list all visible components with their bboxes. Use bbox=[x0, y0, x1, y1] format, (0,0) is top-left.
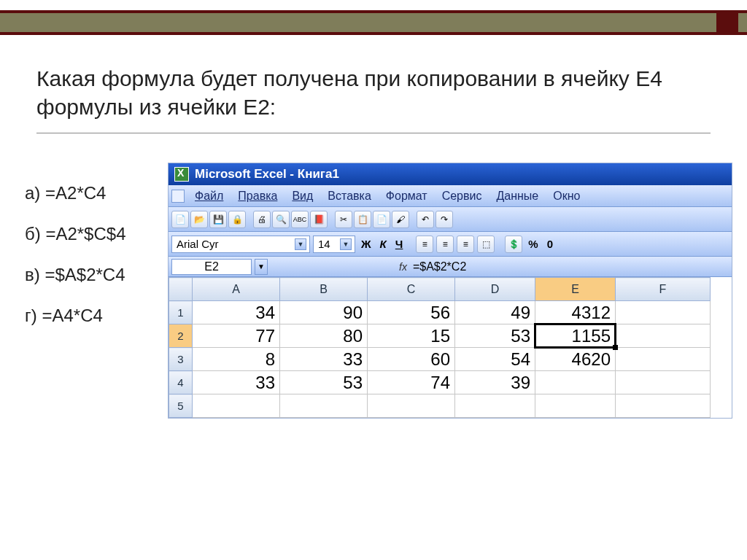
cell-B2[interactable]: 80 bbox=[280, 324, 368, 348]
menu-view[interactable]: Вид bbox=[285, 190, 320, 203]
cell-E3[interactable]: 4620 bbox=[535, 348, 616, 371]
answer-options: а) =A2*C4 б) =A2*$C$4 в) =$A$2*C4 г) =A4… bbox=[0, 163, 168, 419]
open-icon[interactable]: 📂 bbox=[190, 211, 208, 228]
preview-icon[interactable]: 🔍 bbox=[272, 211, 290, 228]
cell-F4[interactable] bbox=[616, 371, 711, 394]
permissions-icon[interactable]: 🔒 bbox=[228, 211, 246, 228]
col-header-B[interactable]: B bbox=[280, 278, 368, 301]
name-box-dropdown-icon[interactable]: ▼ bbox=[255, 259, 268, 275]
menu-insert[interactable]: Вставка bbox=[320, 190, 378, 203]
align-left-icon[interactable]: ≡ bbox=[416, 236, 433, 253]
chevron-down-icon[interactable]: ▼ bbox=[295, 238, 306, 250]
research-icon[interactable]: 📕 bbox=[310, 211, 328, 228]
decimal-button[interactable]: 0 bbox=[544, 238, 556, 250]
option-c: в) =$A$2*C4 bbox=[25, 265, 168, 285]
cell-B1[interactable]: 90 bbox=[280, 301, 368, 324]
redo-icon[interactable]: ↷ bbox=[436, 211, 453, 228]
cell-F3[interactable] bbox=[616, 348, 711, 371]
font-size-value: 14 bbox=[318, 238, 330, 250]
cell-D3[interactable]: 54 bbox=[455, 348, 535, 371]
select-all-corner[interactable] bbox=[169, 278, 193, 301]
font-name-value: Arial Cyr bbox=[177, 238, 219, 250]
row-header-4[interactable]: 4 bbox=[169, 371, 193, 394]
menu-tools[interactable]: Сервис bbox=[435, 190, 489, 203]
question-text: Какая формула будет получена при копиров… bbox=[36, 64, 711, 133]
option-d: г) =A4*C4 bbox=[25, 306, 168, 326]
cell-E1[interactable]: 4312 bbox=[535, 301, 616, 324]
cell-E4[interactable] bbox=[535, 371, 616, 394]
workbook-icon[interactable] bbox=[171, 190, 185, 203]
cell-A2[interactable]: 77 bbox=[193, 324, 280, 348]
option-a: а) =A2*C4 bbox=[25, 183, 168, 203]
align-right-icon[interactable]: ≡ bbox=[457, 236, 474, 253]
menu-bar: Файл Правка Вид Вставка Формат Сервис Да… bbox=[169, 185, 732, 207]
cell-C5[interactable] bbox=[368, 394, 455, 418]
underline-button[interactable]: Ч bbox=[392, 238, 406, 250]
menu-file[interactable]: Файл bbox=[187, 190, 231, 203]
cell-D2[interactable]: 53 bbox=[455, 324, 535, 348]
cell-C1[interactable]: 56 bbox=[368, 301, 455, 324]
percent-button[interactable]: % bbox=[525, 238, 541, 250]
cell-D5[interactable] bbox=[455, 394, 535, 418]
cell-A5[interactable] bbox=[193, 394, 280, 418]
cell-B4[interactable]: 53 bbox=[280, 371, 368, 394]
menu-format[interactable]: Формат bbox=[379, 190, 435, 203]
font-name-combo[interactable]: Arial Cyr ▼ bbox=[171, 236, 310, 253]
merge-icon[interactable]: ⬚ bbox=[477, 236, 495, 253]
spellcheck-icon[interactable]: ABC bbox=[291, 211, 309, 228]
name-box[interactable]: E2 bbox=[171, 259, 252, 275]
cell-C3[interactable]: 60 bbox=[368, 348, 455, 371]
bold-button[interactable]: Ж bbox=[358, 238, 374, 250]
col-header-F[interactable]: F bbox=[616, 278, 711, 301]
print-icon[interactable]: 🖨 bbox=[253, 211, 271, 228]
fx-icon[interactable]: fx bbox=[399, 261, 407, 273]
cell-A4[interactable]: 33 bbox=[193, 371, 280, 394]
excel-app-icon bbox=[174, 167, 189, 182]
italic-button[interactable]: К bbox=[377, 238, 390, 250]
cell-E2[interactable]: 1155 bbox=[535, 324, 616, 348]
menu-window[interactable]: Окно bbox=[546, 190, 587, 203]
slide-top-border bbox=[0, 10, 747, 35]
cell-B3[interactable]: 33 bbox=[280, 348, 368, 371]
copy-icon[interactable]: 📋 bbox=[354, 211, 371, 228]
row-header-3[interactable]: 3 bbox=[169, 348, 193, 371]
col-header-E[interactable]: E bbox=[535, 278, 616, 301]
font-size-combo[interactable]: 14 ▼ bbox=[313, 236, 355, 253]
cell-B5[interactable] bbox=[280, 394, 368, 418]
cell-E5[interactable] bbox=[535, 394, 616, 418]
excel-window: Microsoft Excel - Книга1 Файл Правка Вид… bbox=[168, 163, 732, 419]
option-b: б) =A2*$C$4 bbox=[25, 224, 168, 244]
formula-bar: E2 ▼ fx =$A$2*C2 bbox=[169, 257, 732, 277]
standard-toolbar: 📄 📂 💾 🔒 🖨 🔍 ABC 📕 ✂ 📋 📄 🖌 ↶ ↷ bbox=[169, 207, 732, 232]
currency-icon[interactable]: 💲 bbox=[505, 236, 522, 253]
col-header-A[interactable]: A bbox=[193, 278, 280, 301]
cell-F1[interactable] bbox=[616, 301, 711, 324]
row-header-2[interactable]: 2 bbox=[169, 324, 193, 348]
cut-icon[interactable]: ✂ bbox=[335, 211, 352, 228]
menu-data[interactable]: Данные bbox=[489, 190, 546, 203]
cell-A1[interactable]: 34 bbox=[193, 301, 280, 324]
chevron-down-icon[interactable]: ▼ bbox=[340, 238, 352, 250]
cell-C4[interactable]: 74 bbox=[368, 371, 455, 394]
col-header-D[interactable]: D bbox=[455, 278, 535, 301]
align-center-icon[interactable]: ≡ bbox=[436, 236, 454, 253]
undo-icon[interactable]: ↶ bbox=[417, 211, 434, 228]
cell-D1[interactable]: 49 bbox=[455, 301, 535, 324]
cell-C2[interactable]: 15 bbox=[368, 324, 455, 348]
new-icon[interactable]: 📄 bbox=[171, 211, 189, 228]
col-header-C[interactable]: C bbox=[368, 278, 455, 301]
window-titlebar: Microsoft Excel - Книга1 bbox=[169, 163, 732, 185]
format-painter-icon[interactable]: 🖌 bbox=[392, 211, 409, 228]
save-icon[interactable]: 💾 bbox=[209, 211, 227, 228]
menu-edit[interactable]: Правка bbox=[231, 190, 285, 203]
row-header-5[interactable]: 5 bbox=[169, 394, 193, 418]
cell-D4[interactable]: 39 bbox=[455, 371, 535, 394]
cell-A3[interactable]: 8 bbox=[193, 348, 280, 371]
cell-F2[interactable] bbox=[616, 324, 711, 348]
cell-F5[interactable] bbox=[616, 394, 711, 418]
paste-icon[interactable]: 📄 bbox=[373, 211, 390, 228]
spreadsheet-grid[interactable]: A B C D E F 1 34 90 56 49 4312 2 77 80 1… bbox=[169, 277, 711, 418]
formula-text[interactable]: =$A$2*C2 bbox=[413, 260, 466, 273]
row-header-1[interactable]: 1 bbox=[169, 301, 193, 324]
window-title: Microsoft Excel - Книга1 bbox=[195, 167, 339, 182]
